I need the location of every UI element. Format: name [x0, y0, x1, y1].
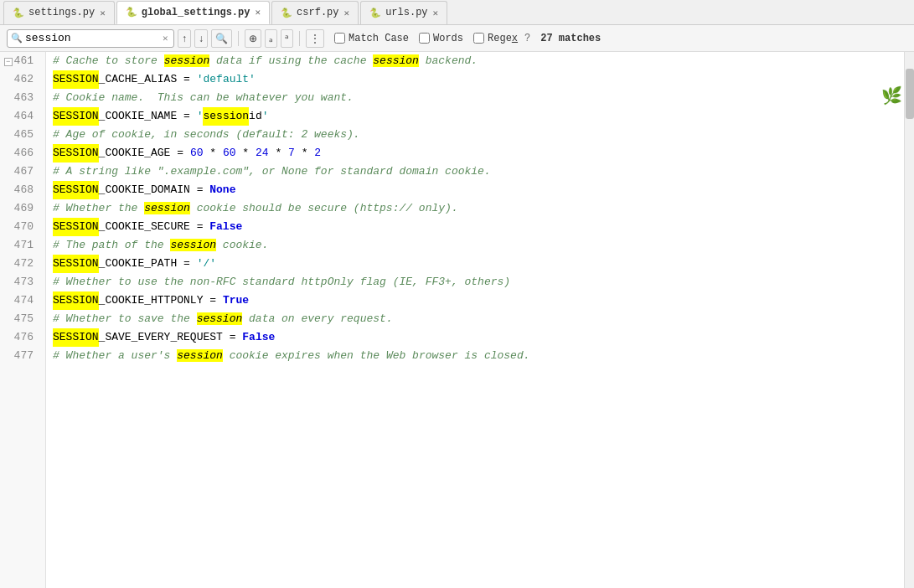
search-plus-button[interactable]: ⊕: [245, 29, 261, 48]
token-operator: [190, 181, 197, 199]
highlight-461: session: [373, 54, 419, 67]
regex-option[interactable]: Regex: [473, 33, 518, 44]
code-line-465: # Age of cookie, in seconds (default: 2 …: [53, 126, 904, 144]
search-next-button[interactable]: ↓: [194, 29, 208, 48]
tab-csrf[interactable]: 🐍 csrf.py ✕: [271, 1, 359, 24]
token-operator: [203, 144, 209, 162]
token-plain: _COOKIE_PATH: [99, 255, 178, 273]
match-case-option[interactable]: Match Case: [334, 33, 409, 44]
search-help-icon[interactable]: ?: [524, 33, 530, 44]
token-operator: [307, 144, 314, 162]
token-plain: _COOKIE_SECURE: [99, 218, 190, 236]
match-case-checkbox[interactable]: [334, 33, 345, 44]
tab-urls[interactable]: 🐍 urls.py ✕: [360, 1, 447, 24]
words-option[interactable]: Words: [419, 33, 463, 44]
scrollbar-thumb[interactable]: [906, 69, 914, 119]
scrollbar-track[interactable]: 🌿: [904, 52, 914, 588]
highlight-477: session: [177, 349, 223, 362]
highlight-469: session: [144, 202, 190, 214]
token-operator: [236, 144, 243, 162]
tab-settings-close[interactable]: ✕: [100, 8, 106, 18]
comment-text-463: # Cookie name. This can be whatever you …: [53, 89, 354, 107]
search-find-button[interactable]: 🔍: [211, 29, 232, 48]
token-plain: _COOKIE_NAME: [99, 107, 178, 126]
token-keyword: False: [209, 218, 242, 236]
tab-global-settings[interactable]: 🐍 global_settings.py ✕: [116, 1, 270, 24]
tab-settings[interactable]: 🐍 settings.py ✕: [3, 1, 115, 24]
regex-checkbox[interactable]: [473, 33, 484, 44]
tab-global-settings-label: global_settings.py: [142, 7, 250, 18]
search-input[interactable]: [25, 32, 159, 44]
token-operator: =: [183, 70, 190, 89]
csrf-tab-icon: 🐍: [281, 8, 292, 18]
token-operator: [223, 328, 230, 347]
token-plain: _COOKIE_HTTPONLY: [99, 291, 204, 310]
fold-indicator-461[interactable]: −: [4, 58, 13, 66]
token-operator: [177, 70, 183, 89]
code-area: −461462463464465466467468469470471472473…: [0, 52, 914, 588]
words-checkbox[interactable]: [419, 33, 430, 44]
settings-tab-icon: 🐍: [13, 8, 24, 18]
code-line-467: # A string like ".example.com", or None …: [53, 162, 904, 181]
token-operator: *: [275, 144, 281, 162]
tab-global-settings-close[interactable]: ✕: [255, 7, 261, 18]
token-operator: [216, 291, 223, 310]
token-operator: [269, 144, 276, 162]
token-plain: id: [249, 107, 262, 126]
tab-urls-close[interactable]: ✕: [433, 8, 439, 18]
token-operator: *: [209, 144, 216, 162]
token-operator: =: [183, 255, 190, 273]
token-number: 60: [223, 144, 236, 162]
code-line-463: # Cookie name. This can be whatever you …: [53, 89, 904, 107]
code-line-477: # Whether a user's session cookie expire…: [53, 347, 904, 365]
line-num-475: 475: [0, 310, 39, 328]
comment-text-475: # Whether to save the session data on ev…: [53, 310, 393, 328]
comment-text-467: # A string like ".example.com", or None …: [53, 162, 491, 181]
highlight: SESSION: [53, 328, 99, 347]
token-operator: [235, 328, 242, 347]
search-subscript-button[interactable]: ₐ: [265, 29, 277, 48]
code-line-468: SESSION_COOKIE_DOMAIN = None: [53, 181, 904, 199]
search-prev-button[interactable]: ↑: [178, 29, 191, 48]
line-num-462: 462: [0, 70, 39, 89]
line-num-474: 474: [0, 291, 39, 310]
token-operator: [177, 107, 183, 126]
token-string: '/': [197, 255, 216, 273]
search-divider-1: [238, 31, 239, 46]
code-line-462: SESSION_CACHE_ALIAS = 'default': [53, 70, 904, 89]
token-number: 2: [314, 144, 321, 162]
token-keyword: False: [242, 328, 275, 347]
search-bar: 🔍 ✕ ↑ ↓ 🔍 ⊕ ₐ ᵃ ⋮ Match Case Words Regex…: [0, 25, 914, 52]
search-superscript-button[interactable]: ᵃ: [281, 29, 293, 48]
code-content[interactable]: # Cache to store session data if using t…: [46, 52, 904, 588]
token-operator: =: [177, 144, 183, 162]
token-number: 24: [256, 144, 269, 162]
token-operator: [203, 291, 209, 310]
code-line-466: SESSION_COOKIE_AGE = 60 * 60 * 24 * 7 * …: [53, 144, 904, 162]
token-plain: _SAVE_EVERY_REQUEST: [99, 328, 223, 347]
search-filter-button[interactable]: ⋮: [306, 29, 324, 48]
words-label: Words: [433, 33, 463, 44]
clear-search-icon[interactable]: ✕: [163, 33, 168, 44]
token-keyword: True: [223, 291, 249, 310]
tab-bar: 🐍 settings.py ✕ 🐍 global_settings.py ✕ 🐍…: [0, 0, 914, 25]
token-operator: [281, 144, 288, 162]
line-num-470: 470: [0, 218, 39, 236]
line-num-467: 467: [0, 162, 39, 181]
token-operator: =: [197, 218, 204, 236]
line-num-466: 466: [0, 144, 39, 162]
token-plain: _COOKIE_AGE: [99, 144, 171, 162]
code-line-472: SESSION_COOKIE_PATH = '/': [53, 255, 904, 273]
tab-csrf-close[interactable]: ✕: [344, 8, 350, 18]
highlight: session: [203, 107, 249, 126]
code-line-471: # The path of the session cookie.: [53, 236, 904, 255]
line-num-464: 464: [0, 107, 39, 126]
highlight: SESSION: [53, 107, 99, 126]
token-string: ': [197, 107, 204, 126]
line-num-476: 476: [0, 328, 39, 347]
highlight-471: session: [170, 239, 216, 251]
token-operator: [203, 181, 209, 199]
search-divider-2: [299, 31, 300, 46]
token-operator: [170, 144, 177, 162]
highlight: SESSION: [53, 144, 99, 162]
